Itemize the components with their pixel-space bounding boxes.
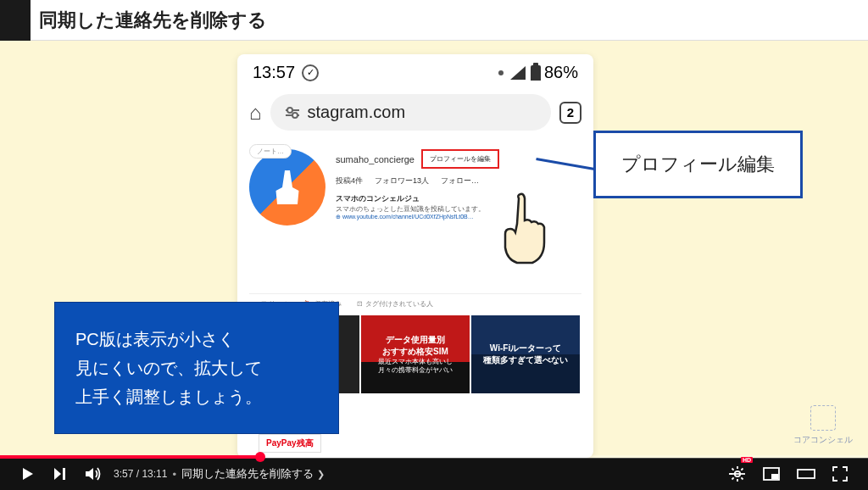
status-time: 13:57: [253, 63, 295, 82]
avatar-image: [249, 149, 326, 226]
hd-badge: HD: [741, 457, 753, 463]
stat-followers[interactable]: フォロワー13人: [375, 175, 429, 187]
volume-button[interactable]: [76, 461, 110, 487]
signal-icon: [510, 66, 526, 80]
miniplayer-button[interactable]: [754, 462, 788, 486]
logo-text: コアコンシェル: [793, 434, 853, 446]
slide-title: 同期した連絡先を削除する: [39, 8, 267, 33]
svg-rect-6: [63, 468, 65, 480]
play-button[interactable]: [12, 461, 44, 487]
logo-mark-icon: [810, 405, 836, 431]
callout-box: プロフィール編集: [593, 131, 803, 198]
video-player-controls: 3:57 / 13:11 • 同期した連絡先を削除する ❯ HD: [0, 458, 868, 490]
svg-line-15: [732, 477, 734, 479]
home-icon[interactable]: ⌂: [249, 101, 262, 125]
stat-posts[interactable]: 投稿4件: [336, 175, 363, 187]
info-line: 上手く調整しましょう。: [75, 382, 318, 411]
status-dot-icon: [498, 70, 504, 75]
post-tile[interactable]: Wi-Fiルーターって 種類多すぎて選べない: [471, 315, 580, 393]
channel-logo: コアコンシェル: [793, 405, 853, 446]
stat-following[interactable]: フォロー…: [441, 175, 479, 187]
browser-url-bar: ⌂ stagram.com 2: [237, 87, 593, 142]
url-text: stagram.com: [308, 103, 406, 122]
svg-line-14: [741, 477, 743, 479]
chevron-right-icon: ❯: [317, 469, 325, 480]
svg-line-16: [741, 469, 743, 471]
progress-handle[interactable]: [255, 452, 265, 462]
info-box: PC版は表示が小さく 見にくいので、拡大して 上手く調整しましょう。: [54, 302, 339, 434]
svg-point-1: [287, 108, 292, 113]
slide-title-bar: 同期した連絡先を削除する: [0, 0, 868, 41]
svg-rect-18: [771, 474, 778, 479]
settings-button[interactable]: HD: [721, 460, 754, 487]
paypay-label: PayPay残高: [259, 434, 321, 453]
video-content: 同期した連絡先を削除する 13:57 ✓ 86% ⌂ stagram.com: [0, 0, 868, 458]
phone-status-bar: 13:57 ✓ 86%: [237, 54, 593, 87]
post-tile[interactable]: データ使用量別 おすすめ格安SIM 最近スマホ本体も高いし 月々の携帯料金がヤバ…: [361, 315, 470, 393]
battery-percent: 86%: [544, 63, 578, 82]
tab-tagged[interactable]: ⊡ タグ付けされている人: [357, 299, 432, 309]
chapter-title[interactable]: 同期した連絡先を削除する: [181, 466, 314, 482]
url-pill[interactable]: stagram.com: [270, 94, 552, 131]
site-settings-icon: [284, 106, 301, 120]
svg-marker-7: [86, 468, 93, 480]
svg-line-13: [732, 469, 734, 471]
svg-point-3: [292, 113, 298, 118]
fullscreen-button[interactable]: [824, 461, 856, 487]
tab-count[interactable]: 2: [559, 102, 581, 124]
time-display: 3:57 / 13:11: [114, 468, 167, 480]
edit-profile-button[interactable]: プロフィールを編集: [421, 149, 499, 169]
svg-rect-19: [798, 470, 815, 478]
battery-icon: [531, 65, 541, 81]
next-button[interactable]: [44, 461, 76, 487]
profile-stats: 投稿4件 フォロワー13人 フォロー…: [336, 175, 581, 187]
pointing-hand-icon: [493, 192, 553, 268]
theater-button[interactable]: [788, 462, 824, 486]
svg-marker-4: [23, 468, 33, 480]
note-badge: ノート…: [249, 144, 292, 159]
avatar[interactable]: ノート…: [249, 149, 326, 226]
chapter-separator: •: [172, 468, 176, 481]
progress-bar[interactable]: [0, 455, 868, 459]
title-accent: [0, 0, 31, 41]
svg-marker-5: [54, 468, 61, 480]
check-icon: ✓: [302, 64, 319, 81]
info-line: PC版は表示が小さく: [75, 325, 318, 354]
progress-fill: [0, 455, 260, 459]
info-line: 見にくいので、拡大して: [75, 354, 318, 382]
username: sumaho_concierge: [336, 154, 415, 164]
